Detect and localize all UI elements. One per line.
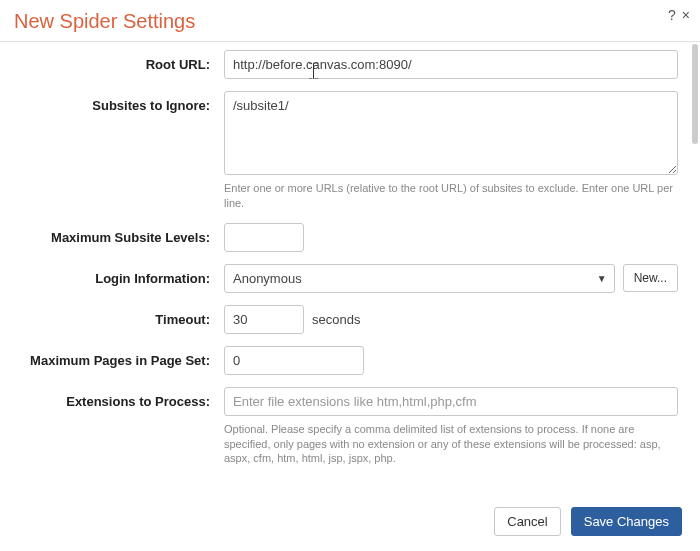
dialog-footer: Cancel Save Changes: [0, 491, 700, 551]
row-extensions: Extensions to Process: Optional. Please …: [0, 381, 692, 473]
row-root-url: Root URL:: [0, 44, 692, 85]
login-new-button[interactable]: New...: [623, 264, 678, 292]
label-subsites: Subsites to Ignore:: [14, 91, 224, 113]
dialog-title: New Spider Settings: [14, 10, 686, 33]
max-pages-input[interactable]: [224, 346, 364, 375]
title-divider: [0, 41, 700, 42]
root-url-input[interactable]: [224, 50, 678, 79]
subsites-textarea[interactable]: /subsite1/: [224, 91, 678, 175]
login-select[interactable]: Anonymous: [224, 264, 615, 293]
max-levels-input[interactable]: [224, 223, 304, 252]
label-max-pages: Maximum Pages in Page Set:: [14, 346, 224, 368]
row-subsites: Subsites to Ignore: /subsite1/ Enter one…: [0, 85, 692, 217]
timeout-unit: seconds: [312, 312, 360, 327]
dialog-title-bar: New Spider Settings ? ×: [0, 0, 700, 39]
row-login: Login Information: Anonymous ▼ New...: [0, 258, 692, 299]
dialog-new-spider-settings: New Spider Settings ? × Root URL:: [0, 0, 700, 551]
extensions-input[interactable]: [224, 387, 678, 416]
dialog-title-icons: ? ×: [668, 8, 690, 22]
timeout-input[interactable]: [224, 305, 304, 334]
close-icon[interactable]: ×: [682, 8, 690, 22]
cancel-button[interactable]: Cancel: [494, 507, 560, 536]
form-body: Root URL: Subsites to Ignore: /subsite1/…: [0, 44, 700, 491]
save-changes-button[interactable]: Save Changes: [571, 507, 682, 536]
label-extensions: Extensions to Process:: [14, 387, 224, 409]
help-icon[interactable]: ?: [668, 8, 676, 22]
extensions-helper: Optional. Please specify a comma delimit…: [224, 422, 678, 467]
label-max-levels: Maximum Subsite Levels:: [14, 223, 224, 245]
row-timeout: Timeout: seconds: [0, 299, 692, 340]
row-max-pages: Maximum Pages in Page Set:: [0, 340, 692, 381]
label-timeout: Timeout:: [14, 305, 224, 327]
row-max-levels: Maximum Subsite Levels:: [0, 217, 692, 258]
label-root-url: Root URL:: [14, 50, 224, 72]
subsites-helper: Enter one or more URLs (relative to the …: [224, 181, 678, 211]
label-login: Login Information:: [14, 264, 224, 286]
